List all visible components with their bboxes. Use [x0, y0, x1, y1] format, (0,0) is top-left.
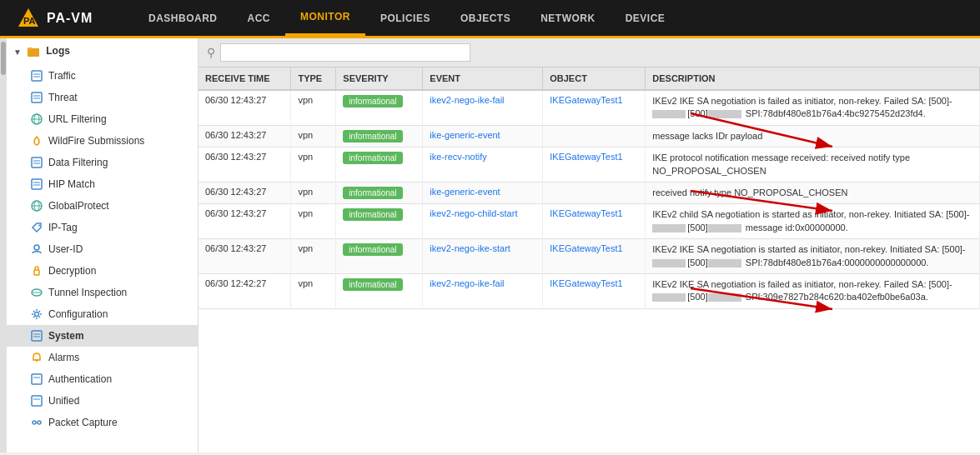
- event-link[interactable]: ike-generic-event: [430, 187, 500, 197]
- decryption-icon: [30, 264, 43, 278]
- sidebar-label-unified: Unified: [48, 395, 79, 407]
- sidebar-label-globalprotect: GlobalProtect: [48, 200, 109, 212]
- severity-badge: informational: [343, 152, 402, 164]
- cell-severity: informational: [336, 239, 423, 274]
- svg-rect-29: [32, 331, 42, 341]
- logs-collapse-icon: ▼: [13, 48, 22, 57]
- user-id-icon: [30, 242, 43, 256]
- sidebar-item-traffic[interactable]: Traffic: [7, 65, 198, 87]
- table-row[interactable]: 06/30 12:43:27vpninformationalike-recv-n…: [199, 148, 980, 182]
- sidebar-item-decryption[interactable]: Decryption: [7, 260, 198, 282]
- col-receive-time: RECEIVE TIME: [199, 68, 291, 90]
- event-link[interactable]: ike-recv-notify: [430, 152, 486, 162]
- sidebar-item-hip-match[interactable]: HIP Match: [7, 173, 198, 195]
- sidebar-label-ip-tag: IP-Tag: [48, 222, 78, 233]
- sidebar: ▼ Logs Traffic: [7, 38, 199, 452]
- table-body: 06/30 12:43:27vpninformationalikev2-nego…: [199, 90, 980, 308]
- severity-badge: informational: [343, 130, 402, 142]
- severity-badge: informational: [343, 187, 402, 199]
- cell-object: IKEGatewayTest1: [543, 204, 646, 239]
- sidebar-item-threat[interactable]: Threat: [7, 87, 198, 108]
- nav-dashboard[interactable]: DASHBOARD: [133, 0, 233, 36]
- svg-rect-16: [32, 179, 42, 189]
- nav-monitor[interactable]: MONITOR: [285, 0, 365, 36]
- event-link[interactable]: ikev2-nego-ike-start: [430, 243, 510, 253]
- cell-type: vpn: [291, 273, 336, 308]
- cell-description: IKE protocol notification message receiv…: [646, 148, 980, 182]
- sidebar-item-data-filtering[interactable]: Data Filtering: [7, 152, 198, 173]
- table-row[interactable]: 06/30 12:43:27vpninformationalikev2-nego…: [199, 90, 980, 125]
- sidebar-label-system: System: [48, 330, 84, 342]
- object-link[interactable]: IKEGatewayTest1: [550, 243, 622, 253]
- sidebar-group-logs[interactable]: ▼ Logs: [7, 38, 198, 65]
- svg-rect-4: [32, 71, 42, 81]
- object-link[interactable]: IKEGatewayTest1: [550, 152, 622, 162]
- sidebar-item-globalprotect[interactable]: GlobalProtect: [7, 195, 198, 217]
- nav-policies[interactable]: POLICIES: [365, 0, 445, 36]
- sidebar-item-user-id[interactable]: User-ID: [7, 238, 198, 260]
- nav-device[interactable]: DEVICE: [611, 0, 681, 36]
- sidebar-item-url-filtering[interactable]: URL Filtering: [7, 108, 198, 130]
- search-icon: ⚲: [207, 46, 215, 59]
- sidebar-item-authentication[interactable]: Authentication: [7, 368, 198, 390]
- severity-badge: informational: [343, 278, 402, 291]
- svg-rect-34: [32, 374, 42, 384]
- svg-rect-36: [32, 396, 42, 406]
- svg-rect-13: [32, 158, 42, 168]
- scrollbar-thumb[interactable]: [1, 42, 6, 75]
- sidebar-scrollbar[interactable]: [0, 38, 7, 452]
- event-link[interactable]: ike-generic-event: [430, 130, 500, 140]
- cell-receive-time: 06/30 12:43:27: [199, 204, 291, 239]
- table-row[interactable]: 06/30 12:43:27vpninformationalikev2-nego…: [199, 204, 980, 239]
- table-row[interactable]: 06/30 12:43:27vpninformationalike-generi…: [199, 125, 980, 147]
- event-link[interactable]: ikev2-nego-ike-fail: [430, 278, 504, 288]
- svg-rect-25: [34, 270, 39, 275]
- nav-objects[interactable]: OBJECTS: [445, 0, 525, 36]
- cell-description: IKEv2 IKE SA negotiation is failed as in…: [646, 90, 980, 125]
- sidebar-item-configuration[interactable]: Configuration: [7, 303, 198, 325]
- sidebar-item-unified[interactable]: Unified: [7, 390, 198, 412]
- alarms-icon: [30, 351, 43, 364]
- object-link[interactable]: IKEGatewayTest1: [550, 208, 622, 218]
- severity-badge: informational: [343, 95, 402, 108]
- threat-icon: [30, 91, 43, 104]
- svg-point-23: [38, 225, 40, 227]
- sidebar-item-tunnel-inspection[interactable]: Tunnel Inspection: [7, 282, 198, 303]
- col-description: DESCRIPTION: [646, 68, 980, 90]
- cell-severity: informational: [336, 204, 423, 239]
- cell-event: ike-generic-event: [423, 182, 543, 203]
- cell-receive-time: 06/30 12:43:27: [199, 182, 291, 203]
- object-link[interactable]: IKEGatewayTest1: [550, 278, 622, 288]
- authentication-icon: [30, 372, 43, 386]
- cell-object: [543, 182, 646, 203]
- sidebar-item-wildfire[interactable]: WildFire Submissions: [7, 130, 198, 152]
- sidebar-label-tunnel-inspection: Tunnel Inspection: [48, 287, 127, 298]
- sidebar-item-system[interactable]: System: [7, 325, 198, 347]
- cell-severity: informational: [336, 148, 423, 182]
- ip-tag-icon: [30, 221, 43, 234]
- cell-type: vpn: [291, 239, 336, 274]
- event-link[interactable]: ikev2-nego-child-start: [430, 208, 517, 218]
- table-row[interactable]: 06/30 12:43:27vpninformationalikev2-nego…: [199, 239, 980, 274]
- event-link[interactable]: ikev2-nego-ike-fail: [430, 95, 504, 105]
- sidebar-label-data-filtering: Data Filtering: [48, 157, 108, 168]
- sidebar-item-packet-capture[interactable]: Packet Capture: [7, 412, 198, 433]
- table-row[interactable]: 06/30 12:43:27vpninformationalike-generi…: [199, 182, 980, 203]
- sidebar-item-alarms[interactable]: Alarms: [7, 347, 198, 368]
- table-row[interactable]: 06/30 12:42:27vpninformationalikev2-nego…: [199, 273, 980, 308]
- cell-event: ike-recv-notify: [423, 148, 543, 182]
- search-input[interactable]: [220, 43, 470, 62]
- nav-network[interactable]: NETWORK: [525, 0, 611, 36]
- svg-point-38: [33, 421, 36, 424]
- traffic-icon: [30, 69, 43, 82]
- object-link[interactable]: IKEGatewayTest1: [550, 95, 622, 105]
- cell-receive-time: 06/30 12:43:27: [199, 148, 291, 182]
- sidebar-label-threat: Threat: [48, 92, 78, 103]
- nav-acc[interactable]: ACC: [233, 0, 286, 36]
- search-bar: ⚲: [199, 38, 980, 68]
- logs-folder-icon: [27, 45, 40, 58]
- top-navigation: PA PA-VM DASHBOARD ACC MONITOR POLICIES …: [0, 0, 980, 38]
- sidebar-item-ip-tag[interactable]: IP-Tag: [7, 217, 198, 238]
- svg-point-28: [35, 312, 39, 317]
- cell-description: IKEv2 child SA negotiation is started as…: [646, 204, 980, 239]
